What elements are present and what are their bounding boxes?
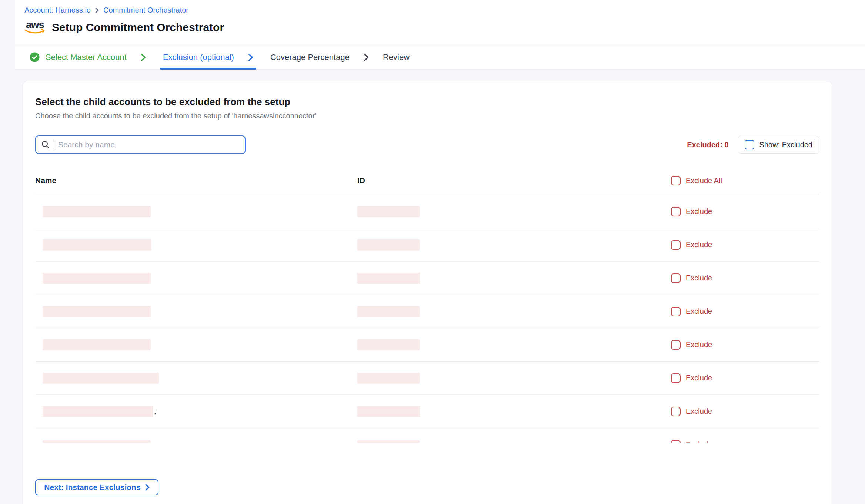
column-header-name: Name: [35, 176, 357, 185]
chevron-right-icon: [95, 7, 99, 13]
page-header: Account: Harness.io Commitment Orchestra…: [15, 0, 865, 45]
step-label: Review: [383, 53, 410, 62]
exclude-label: Exclude: [686, 440, 712, 443]
id-cell: [357, 373, 671, 384]
exclude-checkbox[interactable]: [671, 307, 681, 316]
exclude-cell: Exclude: [671, 273, 712, 283]
exclude-all-control: Exclude All: [671, 176, 722, 185]
table-row: Exclude: [35, 362, 819, 395]
redacted-name-value: [43, 339, 151, 350]
name-cell: [43, 206, 357, 217]
next-button-label: Next: Instance Exclusions: [44, 483, 140, 492]
excluded-count-badge: Excluded: 0: [687, 141, 728, 149]
exclude-cell: Exclude: [671, 240, 712, 250]
chevron-right-icon: [364, 53, 369, 61]
step-label: Select Master Account: [46, 53, 127, 62]
id-cell: [357, 273, 671, 284]
exclude-checkbox[interactable]: [671, 340, 681, 350]
step-label: Coverage Percentage: [270, 53, 350, 62]
next-instance-exclusions-button[interactable]: Next: Instance Exclusions: [35, 479, 158, 495]
show-excluded-label: Show: Excluded: [759, 141, 812, 149]
exclude-cell: Exclude: [671, 307, 712, 316]
name-trailing-text: ;: [154, 407, 156, 416]
check-circle-icon: [30, 52, 40, 62]
panel-subheading: Choose the child accounts to be excluded…: [35, 112, 316, 120]
table-row: Exclude: [35, 295, 819, 328]
redacted-name-value: [43, 273, 151, 284]
column-header-id: ID: [357, 176, 671, 185]
step-label: Exclusion (optional): [163, 53, 234, 62]
step-exclusion-optional[interactable]: Exclusion (optional): [163, 53, 234, 62]
table-body: ExcludeExcludeExcludeExcludeExcludeExclu…: [35, 195, 819, 443]
redacted-name-value: [43, 239, 151, 251]
exclude-checkbox[interactable]: [671, 240, 681, 250]
search-icon: [41, 140, 50, 149]
redacted-id-value: [357, 239, 420, 251]
name-cell: [43, 306, 357, 317]
table-row: Exclude: [35, 228, 819, 262]
title-row: aws Setup Commitment Orchestrator: [24, 20, 224, 34]
show-excluded-checkbox[interactable]: [745, 140, 754, 149]
table-row: ;Exclude: [35, 395, 819, 428]
exclude-label: Exclude: [686, 274, 712, 282]
search-box: [35, 135, 246, 154]
exclude-checkbox[interactable]: [671, 373, 681, 383]
breadcrumb-page-link[interactable]: Commitment Orchestrator: [103, 6, 188, 14]
right-controls: Excluded: 0 Show: Excluded: [687, 136, 819, 154]
redacted-id-value: [357, 306, 420, 317]
exclude-label: Exclude: [686, 307, 712, 316]
chevron-right-icon: [145, 484, 150, 491]
id-cell: [357, 438, 671, 443]
name-cell: [43, 373, 357, 384]
id-cell: [357, 239, 671, 251]
name-cell: [43, 239, 357, 251]
redacted-id-value: [357, 406, 420, 417]
redacted-id-value: [357, 339, 420, 350]
redacted-name-value: [43, 440, 151, 443]
name-cell: [43, 273, 357, 284]
exclude-label: Exclude: [686, 374, 712, 382]
exclude-cell: Exclude: [671, 440, 712, 443]
panel-heading: Select the child accounts to be excluded…: [35, 96, 290, 108]
id-cell: [357, 306, 671, 317]
step-review[interactable]: Review: [383, 53, 410, 62]
exclude-checkbox[interactable]: [671, 407, 681, 416]
exclude-label: Exclude: [686, 340, 712, 349]
exclude-checkbox[interactable]: [671, 273, 681, 283]
exclude-checkbox[interactable]: [671, 440, 681, 443]
controls-row: Excluded: 0 Show: Excluded: [35, 135, 819, 154]
table-row: Exclude: [35, 428, 819, 443]
name-cell: [43, 339, 357, 350]
id-cell: [357, 406, 671, 417]
exclude-cell: Exclude: [671, 373, 712, 383]
show-excluded-button[interactable]: Show: Excluded: [738, 136, 819, 154]
chevron-right-icon: [141, 53, 146, 61]
exclude-checkbox[interactable]: [671, 207, 681, 216]
id-cell: [357, 339, 671, 350]
redacted-name-value: [43, 206, 151, 217]
page: Account: Harness.io Commitment Orchestra…: [0, 0, 865, 504]
step-coverage-percentage[interactable]: Coverage Percentage: [270, 53, 350, 62]
step-select-master-account[interactable]: Select Master Account: [30, 52, 127, 62]
name-cell: [43, 438, 357, 443]
exclusion-panel: Select the child accounts to be excluded…: [23, 81, 832, 504]
setup-stepper: Select Master Account Exclusion (optiona…: [15, 45, 865, 70]
breadcrumb: Account: Harness.io Commitment Orchestra…: [24, 6, 188, 14]
chevron-right-icon: [248, 53, 253, 61]
search-input[interactable]: [58, 140, 240, 149]
redacted-id-value: [357, 206, 420, 217]
exclude-cell: Exclude: [671, 207, 712, 216]
redacted-id-value: [357, 440, 420, 443]
redacted-name-value: [43, 306, 151, 317]
breadcrumb-account-link[interactable]: Account: Harness.io: [24, 6, 91, 14]
active-step-group: Exclusion (optional): [160, 45, 256, 70]
exclude-all-checkbox[interactable]: [671, 176, 681, 185]
exclude-label: Exclude: [686, 407, 712, 416]
redacted-name-value: [43, 406, 153, 417]
id-cell: [357, 206, 671, 217]
exclude-all-label: Exclude All: [686, 177, 722, 185]
redacted-id-value: [357, 273, 420, 284]
redacted-name-value: [43, 373, 159, 384]
table-header: Name ID Exclude All: [35, 167, 819, 195]
name-cell: ;: [43, 406, 357, 417]
